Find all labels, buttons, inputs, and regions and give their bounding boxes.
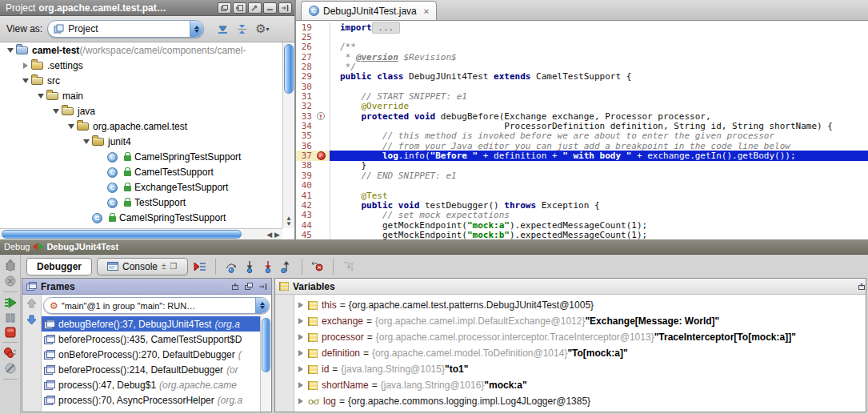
gear-icon[interactable]: ⚙▾ [255,22,269,36]
thread-stepper[interactable] [255,297,269,314]
pin-tab-icon[interactable]: ± [162,262,166,271]
gutter[interactable]: 38 [296,161,330,171]
code-line-26[interactable]: 26/** [296,42,868,52]
tab-console[interactable]: Console ± ❒ [97,258,188,275]
tab-close-icon[interactable]: × [424,6,429,16]
code-text[interactable]: @Test [330,191,868,200]
code-line-40[interactable]: 40 [296,181,868,191]
code-line-38[interactable]: 38 } [296,161,868,171]
tree-item-java[interactable]: java [0,103,294,119]
code-text[interactable]: getMockEndpoint("mock:b").expectedMessag… [330,230,868,239]
code-line-41[interactable]: 41 @Test [296,191,868,200]
thread-select[interactable]: ⚙ "main"@1 in group "main": RUN… [43,297,270,314]
tree-expand-icon[interactable] [66,124,76,129]
code-text[interactable] [330,82,868,91]
variable-row-exchange[interactable]: exchange={org.apache.camel.impl.DefaultE… [294,313,866,329]
gutter[interactable]: 41 [296,191,330,200]
code-editor[interactable]: 19import ... 2526/**27 * @version $Revis… [296,21,868,239]
code-text[interactable]: public class DebugJUnit4Test extends Cam… [330,72,868,82]
code-text[interactable]: // this method is invoked before we are … [330,131,868,141]
frame-down-icon[interactable] [26,315,37,325]
tree-vertical-scrollbar[interactable]: ▲▼ [282,42,294,228]
tab-debugger[interactable]: Debugger [26,258,92,275]
code-text[interactable]: // END SNIPPET: e1 [330,171,868,180]
frame-row[interactable]: beforeProcess():435, CamelTestSupport$D [42,332,271,347]
frame-row[interactable]: process():70, AsyncProcessorHelper (org.… [42,392,271,408]
gutter[interactable]: 25 [296,32,330,42]
tree-expand-icon[interactable] [5,48,15,53]
step-over-icon[interactable] [225,260,238,273]
float-tab-icon[interactable]: ❒ [170,262,178,271]
minimize-window-icon[interactable] [263,2,277,14]
tree-item--settings[interactable]: .settings [0,58,294,73]
tree-item-src[interactable]: src [0,73,294,88]
rerun-debug-icon[interactable] [3,259,18,271]
gutter[interactable]: 27 [296,52,330,62]
restore-panel-icon[interactable] [858,283,866,291]
drop-frame-icon[interactable] [311,260,324,273]
breakpoint-icon[interactable]: ✓ [314,151,327,160]
code-line-34[interactable]: 34 ProcessorDefinition definition, Strin… [296,121,868,131]
force-step-into-icon[interactable] [262,260,274,273]
gutter[interactable]: 35 [296,131,330,141]
code-text[interactable]: // set mock expectations [330,211,868,220]
tree-item-org-apache-camel-test[interactable]: org.apache.camel.test [0,119,294,134]
editor-tab[interactable]: C DebugJUnit4Test.java × [301,1,437,20]
code-line-30[interactable]: 30 [296,82,868,91]
code-line-29[interactable]: 29public class DebugJUnit4Test extends C… [296,72,868,82]
mute-breakpoints-icon[interactable] [4,362,17,375]
tree-item-camelspringtestsupport[interactable]: CCamelSpringTestSupport [0,149,294,164]
code-text[interactable]: // START SNIPPET: e1 [330,91,868,101]
tree-scroll-arrows[interactable]: ▲▼ [285,215,293,227]
view-as-select[interactable]: Project [47,20,204,38]
stop-icon[interactable] [5,327,16,338]
hide-window-icon[interactable] [278,2,292,14]
tree-item-junit4[interactable]: junit4 [0,134,294,149]
code-line-32[interactable]: 32 @Override [296,102,868,111]
expand-icon[interactable] [298,382,303,388]
resume-icon[interactable] [3,296,17,309]
tree-item-testsupport[interactable]: CTestSupport [0,195,294,210]
code-line-44[interactable]: 44 getMockEndpoint("mock:a").expectedMes… [296,220,868,230]
gutter[interactable]: 42 [296,200,330,210]
tree-expand-icon[interactable] [50,109,61,114]
variable-row-id[interactable]: id={java.lang.String@1015}"to1" [294,361,866,377]
variable-row-shortName[interactable]: shortName={java.lang.String@1016}"mock:a… [294,377,866,393]
code-line-19[interactable]: 19import ... [296,22,868,32]
frame-row[interactable]: beforeProcess():214, DefaultDebugger (or [42,362,271,377]
expand-icon[interactable] [298,398,303,404]
tree-expand-icon[interactable] [81,139,91,144]
view-breakpoints-icon[interactable] [3,347,17,359]
gutter[interactable]: 45 [296,230,330,239]
variable-row-this[interactable]: this={org.apache.camel.test.patterns.Deb… [294,297,866,313]
run-to-cursor-icon[interactable] [342,260,355,273]
tree-item-camelspringtestsupport[interactable]: CCamelSpringTestSupport [0,210,294,225]
code-text[interactable]: log.info("Before " + definition + " with… [330,151,868,160]
code-text[interactable]: getMockEndpoint("mock:a").expectedMessag… [330,220,868,230]
tree-item-camel-test[interactable]: camel-test (/workspace/camel/components/… [0,42,294,58]
code-line-25[interactable]: 25 [296,32,868,42]
tree-expand-icon[interactable] [35,94,46,98]
gutter[interactable]: 26 [296,42,330,52]
tree-item-main[interactable]: main [0,88,294,103]
tree-expand-icon[interactable] [20,62,30,69]
variable-row-log[interactable]: log={org.apache.commons.logging.impl.Log… [294,393,866,409]
frames-scrollbar[interactable] [260,316,271,412]
code-line-28[interactable]: 28 */ [296,62,868,71]
expand-icon[interactable] [298,318,303,324]
variable-row-processor[interactable]: processor={org.apache.camel.processor.in… [294,329,866,345]
stop-process-icon[interactable] [4,275,17,287]
tree-horizontal-scrollbar[interactable]: ◀▶ [0,228,282,239]
code-line-33[interactable]: 33↑ protected void debugBefore(Exchange … [296,111,868,121]
code-text[interactable]: public void testDebugger() throws Except… [330,200,868,210]
gutter[interactable]: 31 [296,91,330,101]
override-method-icon[interactable]: ↑ [314,111,327,121]
gutter[interactable]: 39 [296,171,330,180]
code-line-45[interactable]: 45 getMockEndpoint("mock:b").expectedMes… [296,230,868,239]
view-as-stepper[interactable] [190,20,203,38]
gutter[interactable]: 44 [296,220,330,230]
code-text[interactable]: */ [330,62,868,71]
pin-window-icon[interactable] [248,2,262,14]
code-line-43[interactable]: 43 // set mock expectations [296,211,868,220]
code-text[interactable] [330,32,868,42]
